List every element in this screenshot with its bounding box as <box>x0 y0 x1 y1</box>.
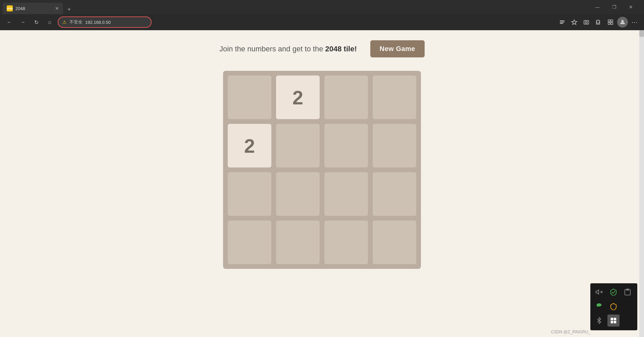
active-tab[interactable]: 2048 2048 ✕ <box>3 3 63 14</box>
svg-rect-8 <box>608 22 610 25</box>
svg-rect-1 <box>560 22 565 22</box>
tile-6 <box>324 124 368 167</box>
tile-7 <box>373 124 416 167</box>
tile-8 <box>228 172 271 216</box>
game-board: 22 <box>223 71 421 269</box>
tile-14 <box>324 221 368 264</box>
header-area: Join the numbers and get to the 2048 til… <box>219 40 425 57</box>
tab-favicon: 2048 <box>7 5 13 11</box>
scrollbar[interactable] <box>639 30 644 337</box>
favorites-btn[interactable] <box>569 17 580 28</box>
security-warning-icon: ⚠ <box>62 19 67 25</box>
immersive-reader-btn[interactable] <box>557 17 568 28</box>
tagline-start: Join the numbers and get to the <box>219 45 325 53</box>
svg-rect-17 <box>610 318 613 320</box>
new-game-button[interactable]: New Game <box>370 40 425 57</box>
tile-10 <box>324 172 368 216</box>
tile-3 <box>373 76 416 119</box>
tile-13 <box>276 221 320 264</box>
tab-close-btn[interactable]: ✕ <box>55 6 59 11</box>
nav-actions: ⋯ <box>557 17 640 28</box>
svg-point-5 <box>585 21 587 23</box>
tile-2 <box>324 76 368 119</box>
tile-15 <box>373 221 416 264</box>
window-controls: — ❐ ✕ <box>590 0 641 14</box>
home-btn[interactable]: ⌂ <box>44 17 55 28</box>
forward-btn[interactable]: → <box>17 17 28 28</box>
tray-icon-mute[interactable] <box>593 286 605 298</box>
csdn-watermark: CSDN @Z_RINGRU_ <box>551 330 590 334</box>
menu-btn[interactable]: ⋯ <box>629 17 640 28</box>
back-btn[interactable]: ← <box>4 17 15 28</box>
svg-marker-3 <box>572 20 577 25</box>
tile-1: 2 <box>276 76 320 119</box>
nav-bar: ← → ↻ ⌂ ⚠ 不安全 192.168.0.50 <box>0 14 644 30</box>
address-text: 192.168.0.50 <box>85 20 111 25</box>
scrollbar-thumb[interactable] <box>639 30 644 37</box>
tile-12 <box>228 221 271 264</box>
new-tab-btn[interactable]: + <box>64 5 74 14</box>
extensions-btn[interactable] <box>593 17 604 28</box>
svg-rect-20 <box>614 321 616 323</box>
svg-rect-0 <box>560 20 565 21</box>
svg-rect-4 <box>584 20 589 24</box>
svg-rect-7 <box>611 20 613 22</box>
svg-rect-18 <box>614 318 616 320</box>
tray-icon-empty1 <box>622 300 634 312</box>
browser-chrome: 2048 2048 ✕ + — ❐ ✕ ← → ↻ ⌂ ⚠ 不安全 192.16… <box>0 0 644 30</box>
svg-point-10 <box>622 20 624 22</box>
tagline-bold: 2048 tile! <box>325 45 357 53</box>
svg-rect-19 <box>610 321 613 323</box>
tray-icon-windows[interactable] <box>607 315 620 327</box>
window-close-btn[interactable]: ✕ <box>623 2 639 12</box>
svg-rect-2 <box>560 23 563 24</box>
screenshot-btn[interactable] <box>581 17 592 28</box>
tray-icon-defender[interactable] <box>607 286 620 298</box>
tile-5 <box>276 124 320 167</box>
tile-0 <box>228 76 271 119</box>
page-content: Join the numbers and get to the 2048 til… <box>0 30 644 337</box>
collections-btn[interactable] <box>605 17 616 28</box>
insecure-label: 不安全 <box>69 19 83 25</box>
svg-rect-9 <box>611 22 613 25</box>
refresh-btn[interactable]: ↻ <box>31 17 42 28</box>
address-bar[interactable]: ⚠ 不安全 192.168.0.50 <box>58 16 152 28</box>
tray-icon-empty2 <box>622 315 634 327</box>
tile-11 <box>373 172 416 216</box>
svg-rect-6 <box>608 20 610 22</box>
tray-icon-shield[interactable] <box>607 300 620 312</box>
tab-bar: 2048 2048 ✕ + — ❐ ✕ <box>0 0 644 14</box>
tray-icon-wechat[interactable] <box>593 300 605 312</box>
tray-icon-clipboard[interactable] <box>622 286 634 298</box>
restore-btn[interactable]: ❐ <box>606 2 622 12</box>
tile-9 <box>276 172 320 216</box>
system-tray-popup <box>590 283 637 330</box>
minimize-btn[interactable]: — <box>590 2 605 12</box>
profile-btn[interactable] <box>617 17 628 28</box>
tray-icon-bluetooth[interactable] <box>593 315 605 327</box>
tab-title: 2048 <box>15 6 25 11</box>
tagline: Join the numbers and get to the 2048 til… <box>219 45 357 53</box>
tile-4: 2 <box>228 124 271 167</box>
